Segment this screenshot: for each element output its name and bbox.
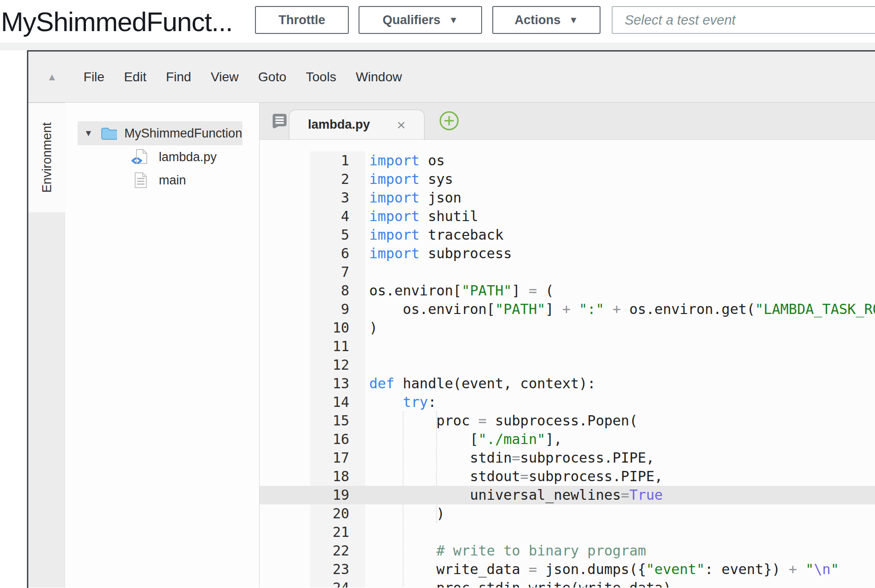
code-line-16: 16 ["./main"], — [260, 430, 875, 449]
code-line-23: 23 write_data = json.dumps({"event": eve… — [260, 560, 875, 579]
tree-folder-label: MyShimmedFunction — [124, 126, 242, 141]
line-number: 23 — [310, 560, 365, 579]
code-line-text[interactable]: stdin=subprocess.PIPE, — [365, 449, 654, 467]
tree-folder-row[interactable]: ▼ MyShimmedFunction — [78, 121, 242, 145]
code-line-7: 7 — [260, 263, 875, 281]
code-line-10: 10) — [260, 319, 875, 337]
code-line-9: 9 os.environ["PATH"] + ":" + os.environ.… — [260, 300, 875, 319]
code-line-20: 20 ) — [260, 504, 875, 523]
code-line-text[interactable]: def handle(event, context): — [365, 374, 596, 393]
gutter-margin — [260, 486, 310, 504]
code-line-text[interactable]: import sys — [365, 170, 453, 189]
disclosure-triangle-icon[interactable]: ▼ — [84, 128, 93, 138]
code-line-3: 3import json — [260, 189, 875, 207]
code-line-text[interactable]: import os — [365, 151, 445, 170]
gutter-margin — [260, 374, 310, 393]
gutter-margin — [260, 449, 310, 467]
menu-item-tools[interactable]: Tools — [296, 70, 346, 84]
line-number: 11 — [310, 337, 365, 356]
menu-item-window[interactable]: Window — [346, 70, 412, 84]
code-line-text[interactable]: import subprocess — [365, 244, 512, 263]
menu-item-edit[interactable]: Edit — [114, 70, 156, 84]
menu-item-file[interactable]: File — [74, 70, 114, 84]
code-line-text[interactable]: proc = subprocess.Popen( — [365, 412, 638, 430]
line-number: 15 — [310, 412, 365, 430]
code-line-13: 13def handle(event, context): — [260, 374, 875, 393]
plus-icon — [438, 110, 460, 131]
function-header: MyShimmedFunct... Throttle Qualifiers ▼ … — [0, 0, 875, 43]
line-number: 2 — [310, 170, 365, 189]
line-number: 19 — [310, 486, 365, 504]
menu-item-view[interactable]: View — [201, 70, 248, 84]
chevron-down-icon: ▼ — [449, 15, 458, 26]
code-line-text[interactable]: import traceback — [365, 226, 503, 244]
code-line-18: 18 stdout=subprocess.PIPE, — [260, 467, 875, 486]
code-line-text[interactable]: ["./main"], — [365, 430, 562, 449]
menu-bar-items: FileEditFindViewGotoToolsWindow — [74, 70, 412, 85]
gutter-margin — [260, 337, 310, 356]
code-line-text[interactable]: # write to binary program — [365, 542, 646, 560]
code-line-text[interactable] — [365, 263, 369, 281]
editor-tab-label: lambda.py — [308, 118, 370, 132]
line-number: 10 — [310, 319, 365, 337]
gutter-margin — [260, 542, 310, 560]
code-line-text[interactable] — [365, 356, 369, 374]
code-line-15: 15 proc = subprocess.Popen( — [260, 412, 875, 430]
throttle-button-label: Throttle — [279, 13, 326, 27]
line-number: 9 — [310, 300, 365, 319]
gutter-margin — [260, 170, 310, 189]
gutter-margin — [260, 189, 310, 207]
throttle-button[interactable]: Throttle — [255, 6, 349, 34]
code-line-text[interactable]: import shutil — [365, 207, 478, 226]
header-divider — [0, 43, 875, 50]
gutter-margin — [260, 244, 310, 263]
line-number: 14 — [310, 393, 365, 412]
code-line-text[interactable]: ) — [365, 504, 445, 523]
actions-button[interactable]: Actions ▼ — [492, 6, 601, 34]
code-line-text[interactable]: write_data = json.dumps({"event": event}… — [365, 560, 839, 579]
code-line-text[interactable]: import json — [365, 189, 462, 207]
code-line-text[interactable]: ) — [365, 319, 378, 337]
line-number: 24 — [310, 579, 365, 588]
tree-file-label: main — [159, 173, 186, 188]
gutter-margin — [260, 226, 310, 244]
code-line-11: 11 — [260, 337, 875, 356]
new-tab-button[interactable] — [438, 110, 460, 133]
code-line-text[interactable]: os.environ["PATH"] + ":" + os.environ.ge… — [365, 300, 875, 319]
code-line-text[interactable] — [365, 523, 369, 542]
environment-tab[interactable]: Environment — [28, 103, 65, 212]
code-editor: lambda.py × 1import os2import sys3import… — [260, 103, 875, 588]
tree-file-main[interactable]: main — [65, 169, 259, 192]
qualifiers-button[interactable]: Qualifiers ▼ — [359, 6, 482, 34]
gutter-margin — [260, 504, 310, 523]
code-line-8: 8os.environ["PATH"] = ( — [260, 281, 875, 300]
menu-item-goto[interactable]: Goto — [248, 70, 296, 84]
code-line-2: 2import sys — [260, 170, 875, 189]
test-event-select[interactable]: Select a test event — [612, 6, 875, 34]
tree-file-lambda-py[interactable]: lambda.py — [65, 145, 259, 169]
code-line-14: 14 try: — [260, 393, 875, 412]
code-line-text[interactable]: proc.stdin.write(write_data) — [365, 579, 671, 588]
code-line-text[interactable]: os.environ["PATH"] = ( — [365, 281, 554, 300]
close-icon[interactable]: × — [397, 118, 406, 132]
editor-tab-lambda-py[interactable]: lambda.py × — [289, 110, 424, 139]
gutter-margin — [260, 523, 310, 542]
code-line-21: 21 — [260, 523, 875, 542]
line-number: 5 — [310, 226, 365, 244]
side-tabstrip: Environment — [28, 103, 65, 588]
page-title: MyShimmedFunct... — [1, 6, 233, 37]
tree-file-label: lambda.py — [159, 150, 217, 164]
code-line-text[interactable]: stdout=subprocess.PIPE, — [365, 467, 663, 486]
code-line-text[interactable]: try: — [365, 393, 437, 412]
tree-files: lambda.pymain — [65, 145, 259, 192]
tab-list-icon[interactable] — [270, 113, 287, 131]
gutter-margin — [260, 356, 310, 374]
collapse-pane-button[interactable]: ▲ — [47, 71, 57, 83]
gutter-margin — [260, 393, 310, 412]
code-area[interactable]: 1import os2import sys3import json4import… — [260, 140, 875, 588]
code-line-6: 6import subprocess — [260, 244, 875, 263]
gutter-margin — [260, 300, 310, 319]
code-line-text[interactable]: universal_newlines=True — [365, 486, 663, 504]
code-line-text[interactable] — [365, 337, 369, 356]
menu-item-find[interactable]: Find — [156, 70, 201, 84]
